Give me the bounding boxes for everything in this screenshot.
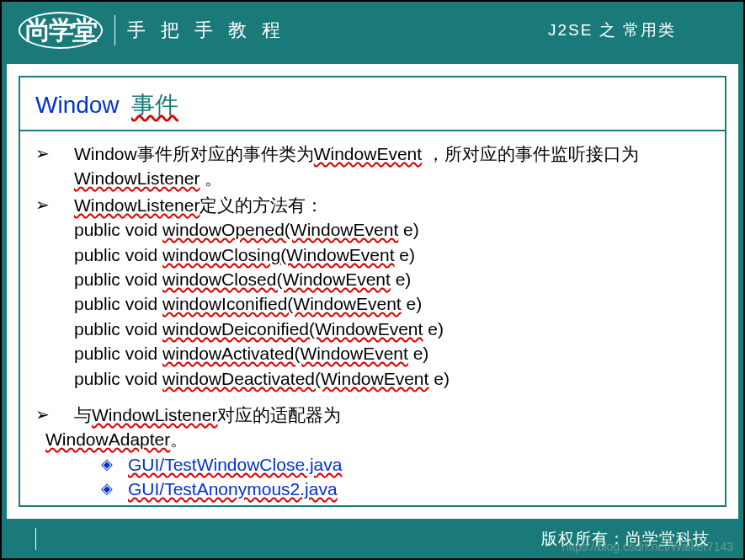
method-line: public void windowOpened(WindowEvent e) xyxy=(35,217,710,242)
method-list: public void windowOpened(WindowEvent e)p… xyxy=(35,217,710,391)
arrow-icon: ➢ xyxy=(35,193,74,216)
bullet-3-text: 与WindowListener对应的适配器为 xyxy=(74,403,710,427)
bullet-2: ➢ WindowListener定义的方法有： xyxy=(35,193,710,217)
diamond-icon: ◈ xyxy=(101,454,113,475)
bullet-1: ➢ Window事件所对应的事件类为WindowEvent ，所对应的事件监听接… xyxy=(35,141,710,191)
method-line: public void windowActivated(WindowEvent … xyxy=(35,341,710,365)
file-link[interactable]: ◈GUI/TestWindowClose.java xyxy=(35,452,710,477)
watermark: https://blog.csdn.net/Walker7143 xyxy=(562,540,733,553)
slide-body: ➢ Window事件所对应的事件类为WindowEvent ，所对应的事件监听接… xyxy=(20,131,725,509)
bullet-1-text: Window事件所对应的事件类为WindowEvent ，所对应的事件监听接口为… xyxy=(74,141,710,191)
content-wrap: Window 事件 ➢ Window事件所对应的事件类为WindowEvent … xyxy=(7,64,738,519)
link-text: GUI/TestWindowClose.java xyxy=(128,452,342,477)
link-list: ◈GUI/TestWindowClose.java◈GUI/TestAnonym… xyxy=(35,452,710,502)
title-sub: 事件 xyxy=(131,92,178,118)
bullet-2-text: WindowListener定义的方法有： xyxy=(74,193,710,217)
logo: 尚学堂 xyxy=(19,12,103,49)
divider xyxy=(114,15,115,45)
content-box: Window 事件 ➢ Window事件所对应的事件类为WindowEvent … xyxy=(19,76,726,507)
method-line: public void windowIconified(WindowEvent … xyxy=(35,291,710,316)
tagline: 手 把 手 教 程 xyxy=(127,18,285,43)
diamond-icon: ◈ xyxy=(101,478,113,499)
arrow-icon: ➢ xyxy=(35,403,74,426)
method-line: public void windowDeactivated(WindowEven… xyxy=(35,366,710,391)
header: 尚学堂 手 把 手 教 程 J2SE 之 常用类 xyxy=(2,2,743,59)
footer-divider xyxy=(35,528,36,550)
method-line: public void windowClosed(WindowEvent e) xyxy=(35,267,710,291)
bullet-3: ➢ 与WindowListener对应的适配器为 xyxy=(35,403,710,427)
adapter-line: WindowAdapter。 xyxy=(35,427,710,451)
slide-title: Window 事件 xyxy=(20,77,725,131)
method-line: public void windowDeiconified(WindowEven… xyxy=(35,317,710,341)
file-link[interactable]: ◈GUI/TestAnonymous2.java xyxy=(35,477,710,501)
topic: J2SE 之 常用类 xyxy=(548,19,676,41)
method-line: public void windowClosing(WindowEvent e) xyxy=(35,243,710,267)
title-main: Window xyxy=(35,92,120,118)
arrow-icon: ➢ xyxy=(35,141,74,165)
link-text: GUI/TestAnonymous2.java xyxy=(128,477,338,501)
